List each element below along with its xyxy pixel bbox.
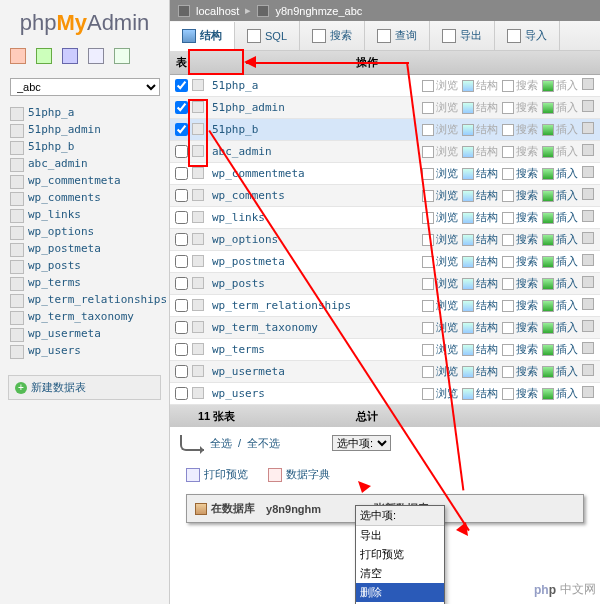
table-name[interactable]: wp_options (210, 233, 350, 246)
nav-table-item[interactable]: 51php_admin (10, 121, 165, 138)
trash-icon[interactable] (582, 386, 594, 398)
tab-search[interactable]: 搜索 (300, 21, 365, 50)
trash-icon[interactable] (582, 254, 594, 266)
trash-icon[interactable] (582, 144, 594, 156)
table-name[interactable]: wp_links (210, 211, 350, 224)
op-insert[interactable]: 插入 (542, 298, 578, 313)
row-checkbox[interactable] (175, 101, 188, 114)
breadcrumb-host[interactable]: localhost (196, 5, 239, 17)
dropdown-option[interactable]: 导出 (356, 526, 444, 545)
op-browse[interactable]: 浏览 (422, 100, 458, 115)
op-browse[interactable]: 浏览 (422, 144, 458, 159)
op-search[interactable]: 搜索 (502, 78, 538, 93)
op-search[interactable]: 搜索 (502, 122, 538, 137)
row-checkbox[interactable] (175, 365, 188, 378)
table-name[interactable]: wp_term_taxonomy (210, 321, 350, 334)
op-search[interactable]: 搜索 (502, 232, 538, 247)
nav-table-item[interactable]: wp_terms (10, 274, 165, 291)
table-name[interactable]: wp_posts (210, 277, 350, 290)
op-browse[interactable]: 浏览 (422, 320, 458, 335)
trash-icon[interactable] (582, 100, 594, 112)
nav-table-item[interactable]: wp_usermeta (10, 325, 165, 342)
tab-query[interactable]: 查询 (365, 21, 430, 50)
op-browse[interactable]: 浏览 (422, 254, 458, 269)
op-insert[interactable]: 插入 (542, 320, 578, 335)
op-insert[interactable]: 插入 (542, 166, 578, 181)
dropdown-option[interactable]: 打印预览 (356, 545, 444, 564)
trash-icon[interactable] (582, 342, 594, 354)
tab-export[interactable]: 导出 (430, 21, 495, 50)
nav-table-item[interactable]: wp_postmeta (10, 240, 165, 257)
row-checkbox[interactable] (175, 299, 188, 312)
trash-icon[interactable] (582, 320, 594, 332)
query-window-icon[interactable] (62, 48, 78, 64)
op-insert[interactable]: 插入 (542, 342, 578, 357)
nav-table-item[interactable]: 51php_a (10, 104, 165, 121)
dropdown-option[interactable]: 删除 (356, 583, 444, 602)
op-structure[interactable]: 结构 (462, 100, 498, 115)
trash-icon[interactable] (582, 188, 594, 200)
op-structure[interactable]: 结构 (462, 364, 498, 379)
op-structure[interactable]: 结构 (462, 276, 498, 291)
op-browse[interactable]: 浏览 (422, 166, 458, 181)
op-insert[interactable]: 插入 (542, 188, 578, 203)
op-structure[interactable]: 结构 (462, 232, 498, 247)
op-browse[interactable]: 浏览 (422, 210, 458, 225)
database-select[interactable]: _abc (10, 78, 160, 96)
breadcrumb-db[interactable]: y8n9nghmze_abc (275, 5, 362, 17)
row-checkbox[interactable] (175, 189, 188, 202)
table-name[interactable]: 51php_a (210, 79, 350, 92)
op-browse[interactable]: 浏览 (422, 298, 458, 313)
trash-icon[interactable] (582, 276, 594, 288)
nav-table-item[interactable]: wp_posts (10, 257, 165, 274)
dropdown-option[interactable]: 清空 (356, 564, 444, 583)
trash-icon[interactable] (582, 166, 594, 178)
logout-icon[interactable] (36, 48, 52, 64)
trash-icon[interactable] (582, 232, 594, 244)
nav-table-item[interactable]: abc_admin (10, 155, 165, 172)
nav-table-item[interactable]: wp_commentmeta (10, 172, 165, 189)
op-search[interactable]: 搜索 (502, 320, 538, 335)
op-browse[interactable]: 浏览 (422, 342, 458, 357)
op-search[interactable]: 搜索 (502, 254, 538, 269)
row-checkbox[interactable] (175, 321, 188, 334)
op-structure[interactable]: 结构 (462, 122, 498, 137)
op-insert[interactable]: 插入 (542, 232, 578, 247)
op-structure[interactable]: 结构 (462, 254, 498, 269)
op-insert[interactable]: 插入 (542, 210, 578, 225)
table-name[interactable]: wp_postmeta (210, 255, 350, 268)
row-checkbox[interactable] (175, 343, 188, 356)
op-insert[interactable]: 插入 (542, 122, 578, 137)
op-insert[interactable]: 插入 (542, 254, 578, 269)
op-insert[interactable]: 插入 (542, 276, 578, 291)
select-all-link[interactable]: 全选 (210, 436, 232, 451)
op-search[interactable]: 搜索 (502, 386, 538, 401)
home-icon[interactable] (10, 48, 26, 64)
reload-icon[interactable] (114, 48, 130, 64)
op-structure[interactable]: 结构 (462, 298, 498, 313)
op-browse[interactable]: 浏览 (422, 386, 458, 401)
row-checkbox[interactable] (175, 387, 188, 400)
nav-table-item[interactable]: 51php_b (10, 138, 165, 155)
table-name[interactable]: wp_users (210, 387, 350, 400)
table-name[interactable]: abc_admin (210, 145, 350, 158)
op-search[interactable]: 搜索 (502, 210, 538, 225)
op-insert[interactable]: 插入 (542, 100, 578, 115)
nav-table-item[interactable]: wp_term_relationships (10, 291, 165, 308)
nav-table-item[interactable]: wp_options (10, 223, 165, 240)
table-name[interactable]: wp_term_relationships (210, 299, 351, 312)
print-preview-link[interactable]: 打印预览 (186, 467, 248, 482)
op-search[interactable]: 搜索 (502, 166, 538, 181)
op-search[interactable]: 搜索 (502, 188, 538, 203)
row-checkbox[interactable] (175, 277, 188, 290)
row-checkbox[interactable] (175, 211, 188, 224)
op-browse[interactable]: 浏览 (422, 188, 458, 203)
trash-icon[interactable] (582, 364, 594, 376)
table-name[interactable]: wp_commentmeta (210, 167, 350, 180)
tab-structure[interactable]: 结构 (170, 22, 235, 51)
op-search[interactable]: 搜索 (502, 100, 538, 115)
row-checkbox[interactable] (175, 233, 188, 246)
op-structure[interactable]: 结构 (462, 144, 498, 159)
trash-icon[interactable] (582, 122, 594, 134)
row-checkbox[interactable] (175, 167, 188, 180)
